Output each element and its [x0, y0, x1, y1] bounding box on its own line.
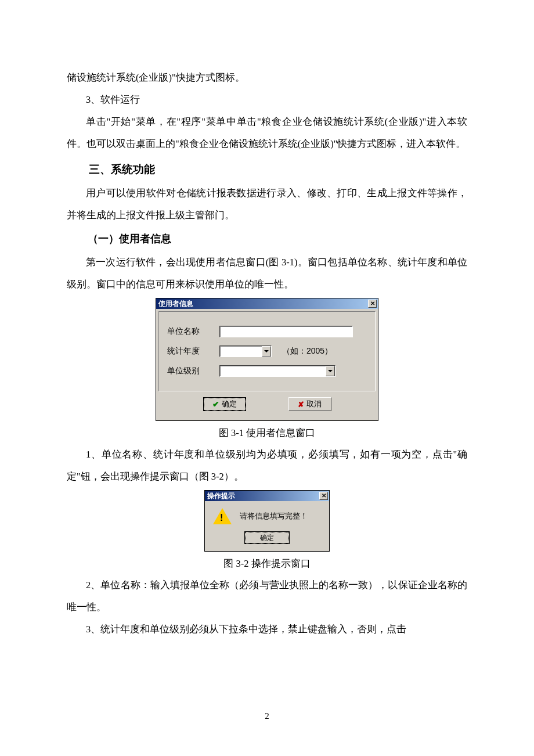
dialog-titlebar: 使用者信息 ✕	[156, 298, 378, 309]
dialog-title: 操作提示	[207, 491, 235, 501]
paragraph: 储设施统计系统(企业版)"快捷方式图标。	[67, 67, 467, 89]
figure-3-1: 使用者信息 ✕ 单位名称 统计年度	[67, 298, 467, 442]
paragraph: 2、单位名称：输入填报单位全称（必须与营业执照上的名称一致），以保证企业名称的唯…	[67, 574, 467, 618]
paragraph: 单击"开始"菜单，在"程序"菜单中单击"粮食企业仓储设施统计系统(企业版)"进入…	[67, 111, 467, 155]
label-unit-name: 单位名称	[167, 326, 219, 337]
page-number: 2	[0, 711, 534, 721]
figure-caption: 图 3-2 操作提示窗口	[223, 554, 310, 573]
year-hint: （如：2005）	[282, 346, 333, 357]
close-button[interactable]: ✕	[368, 300, 377, 308]
heading-section-3: 三、系统功能	[67, 156, 467, 183]
level-combobox[interactable]	[219, 365, 335, 377]
close-icon: ✕	[322, 493, 326, 499]
paragraph: 3、统计年度和单位级别必须从下拉条中选择，禁止键盘输入，否则，点击	[67, 618, 467, 640]
paragraph: 1、单位名称、统计年度和单位级别均为必填项，必须填写，如有一项为空，点击"确定"…	[67, 444, 467, 488]
close-icon: ✕	[370, 301, 375, 307]
ok-button[interactable]: ✔ 确定	[203, 397, 246, 411]
dropdown-button[interactable]	[262, 346, 271, 357]
cancel-label: 取消	[306, 399, 322, 409]
ok-label: 确定	[260, 533, 274, 543]
label-year: 统计年度	[167, 346, 219, 357]
user-info-dialog: 使用者信息 ✕ 单位名称 统计年度	[156, 298, 378, 421]
cancel-button[interactable]: ✘ 取消	[288, 397, 331, 411]
dialog-titlebar: 操作提示 ✕	[205, 491, 329, 501]
dialog-title: 使用者信息	[158, 299, 193, 309]
label-level: 单位级别	[167, 366, 219, 376]
year-combobox[interactable]	[219, 345, 272, 357]
prompt-dialog: 操作提示 ✕ 请将信息填写完整！ 确定	[204, 490, 330, 552]
prompt-message: 请将信息填写完整！	[240, 511, 308, 521]
chevron-down-icon	[264, 350, 269, 352]
figure-3-2: 操作提示 ✕ 请将信息填写完整！ 确定 图 3-2 操作提示窗口	[67, 490, 467, 573]
close-button[interactable]: ✕	[319, 492, 328, 500]
heading-subsection-1: （一）使用者信息	[67, 226, 467, 251]
check-icon: ✔	[212, 399, 219, 409]
ok-label: 确定	[222, 399, 237, 409]
unit-name-input[interactable]	[219, 326, 353, 337]
figure-caption: 图 3-1 使用者信息窗口	[219, 423, 315, 442]
paragraph: 第一次运行软件，会出现使用者信息窗口(图 3-1)。窗口包括单位名称、统计年度和…	[67, 251, 467, 296]
cancel-icon: ✘	[298, 400, 304, 409]
ok-button[interactable]: 确定	[244, 531, 290, 544]
dropdown-button[interactable]	[326, 366, 335, 376]
paragraph: 用户可以使用软件对仓储统计报表数据进行录入、修改、打印、生成上报文件等操作，并将…	[67, 182, 467, 226]
warning-icon	[213, 508, 232, 524]
chevron-down-icon	[328, 370, 333, 372]
paragraph: 3、软件运行	[67, 89, 467, 111]
